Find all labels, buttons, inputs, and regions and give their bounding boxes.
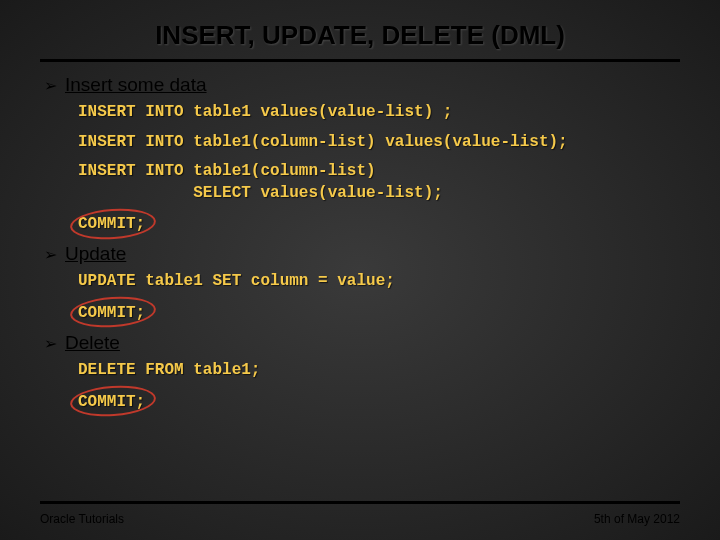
- heading-update: Update: [65, 243, 126, 265]
- slide: INSERT, UPDATE, DELETE (DML) ➢ Insert so…: [0, 0, 720, 540]
- commit-delete-wrap: COMMIT;: [44, 392, 145, 411]
- arrow-icon: ➢: [44, 78, 57, 94]
- code-update-1: UPDATE table1 SET column = value;: [44, 271, 680, 293]
- content-area: ➢ Insert some data INSERT INTO table1 va…: [40, 74, 680, 417]
- bullet-delete: ➢ Delete: [44, 332, 680, 354]
- heading-insert: Insert some data: [65, 74, 207, 96]
- commit-insert-wrap: COMMIT;: [44, 214, 145, 233]
- code-insert-1: INSERT INTO table1 values(value-list) ;: [44, 102, 680, 124]
- commit-delete: COMMIT;: [78, 393, 145, 411]
- arrow-icon: ➢: [44, 247, 57, 263]
- bullet-insert: ➢ Insert some data: [44, 74, 680, 96]
- heading-delete: Delete: [65, 332, 120, 354]
- commit-update-wrap: COMMIT;: [44, 303, 145, 322]
- arrow-icon: ➢: [44, 336, 57, 352]
- footer: Oracle Tutorials 5th of May 2012: [40, 501, 680, 526]
- commit-insert: COMMIT;: [78, 215, 145, 233]
- footer-right: 5th of May 2012: [594, 512, 680, 526]
- bullet-update: ➢ Update: [44, 243, 680, 265]
- commit-update: COMMIT;: [78, 304, 145, 322]
- code-insert-3: INSERT INTO table1(column-list) SELECT v…: [44, 161, 680, 204]
- footer-left: Oracle Tutorials: [40, 512, 124, 526]
- code-delete-1: DELETE FROM table1;: [44, 360, 680, 382]
- code-insert-2: INSERT INTO table1(column-list) values(v…: [44, 132, 680, 154]
- slide-title: INSERT, UPDATE, DELETE (DML): [40, 20, 680, 62]
